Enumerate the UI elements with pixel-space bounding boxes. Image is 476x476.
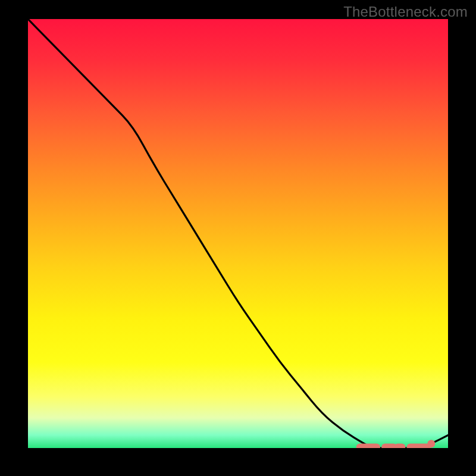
highlight-dot [427, 440, 435, 447]
curve-svg [28, 19, 448, 448]
chart-frame: TheBottleneck.com [0, 0, 476, 476]
main-curve [28, 19, 448, 448]
plot-area [28, 19, 448, 448]
watermark-label: TheBottleneck.com [343, 4, 468, 20]
